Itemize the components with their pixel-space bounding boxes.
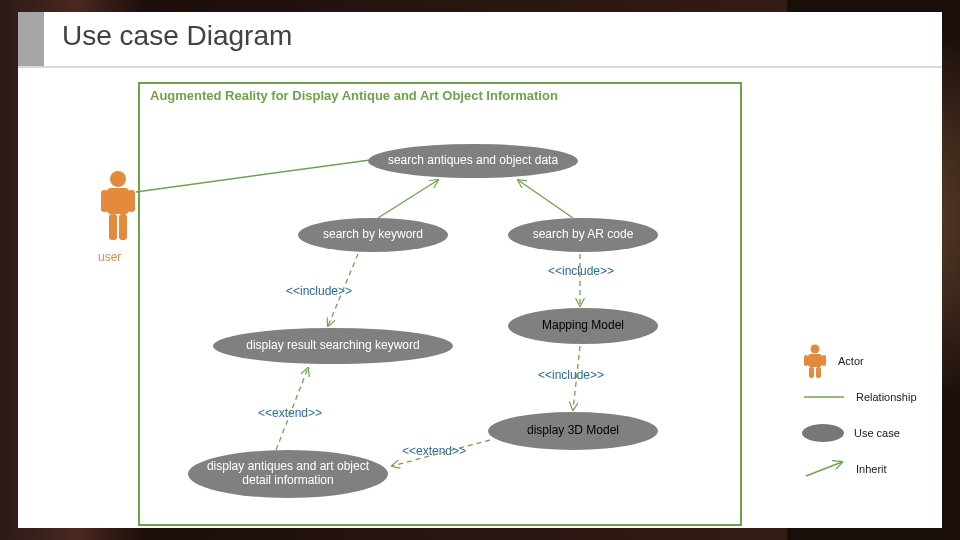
actor-label-user: user xyxy=(98,250,121,264)
legend-actor: Actor xyxy=(802,348,932,374)
usecase-search-data: search antiques and object data xyxy=(368,144,578,178)
user-actor-icon xyxy=(98,170,138,242)
ellipse-icon xyxy=(802,424,844,442)
svg-line-21 xyxy=(806,462,842,476)
stereotype-include-2: <<include>> xyxy=(548,264,614,278)
svg-rect-17 xyxy=(822,355,826,366)
slide: Use case Diagram user Augmented Reality … xyxy=(18,12,942,528)
svg-rect-1 xyxy=(107,188,129,214)
legend-relationship: Relationship xyxy=(802,384,932,410)
person-icon xyxy=(802,344,828,378)
usecase-display-result: display result searching keyword xyxy=(213,328,453,364)
diagram-canvas: user Augmented Reality for Display Antiq… xyxy=(18,68,942,528)
stereotype-extend-2: <<extend>> xyxy=(402,444,466,458)
usecase-display-3d: display 3D Model xyxy=(488,412,658,450)
header-accent-bar xyxy=(18,12,44,66)
stereotype-include-3: <<include>> xyxy=(538,368,604,382)
legend-inherit: Inherit xyxy=(802,456,932,482)
stereotype-extend-1: <<extend>> xyxy=(258,406,322,420)
svg-rect-19 xyxy=(816,367,821,378)
usecase-search-arcode: search by AR code xyxy=(508,218,658,252)
svg-rect-3 xyxy=(128,190,135,212)
svg-rect-18 xyxy=(809,367,814,378)
svg-rect-2 xyxy=(101,190,108,212)
usecase-search-keyword: search by keyword xyxy=(298,218,448,252)
usecase-mapping-model: Mapping Model xyxy=(508,308,658,344)
legend: Actor Relationship Use case Inherit xyxy=(802,338,932,492)
legend-usecase: Use case xyxy=(802,420,932,446)
svg-point-14 xyxy=(811,345,820,354)
line-icon xyxy=(802,392,846,402)
arrow-icon xyxy=(802,458,846,480)
legend-inherit-label: Inherit xyxy=(856,463,887,475)
slide-header: Use case Diagram xyxy=(18,12,942,68)
svg-rect-16 xyxy=(804,355,808,366)
svg-rect-15 xyxy=(808,354,822,367)
svg-rect-5 xyxy=(119,214,127,240)
svg-point-0 xyxy=(110,171,126,187)
system-title: Augmented Reality for Display Antique an… xyxy=(150,88,558,103)
legend-actor-label: Actor xyxy=(838,355,864,367)
stereotype-include-1: <<include>> xyxy=(286,284,352,298)
slide-title: Use case Diagram xyxy=(62,20,292,52)
svg-rect-4 xyxy=(109,214,117,240)
legend-usecase-label: Use case xyxy=(854,427,900,439)
usecase-display-detail: display antiques and art object detail i… xyxy=(188,450,388,498)
legend-relationship-label: Relationship xyxy=(856,391,917,403)
